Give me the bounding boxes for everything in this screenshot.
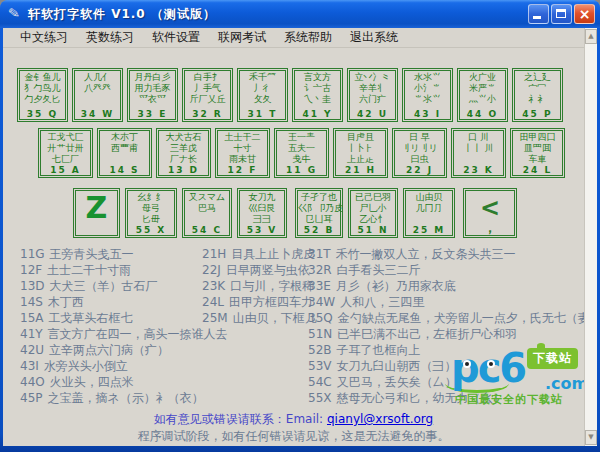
mnemonic-text: 人和八，三四里: [340, 295, 424, 309]
mnemonic-code: 24L: [202, 295, 224, 309]
mnemonic-text: 言文方广在四一，高头一捺谁人去: [48, 327, 228, 341]
key-cell-C: 又スマム巴马54 C: [182, 188, 232, 238]
mnemonic-item-12F: 12F土士二干十寸雨: [20, 262, 228, 278]
menu-item[interactable]: 英数练习: [86, 28, 134, 47]
mnemonic-code: 43I: [20, 359, 39, 373]
mnemonic-text: 火业头，四点米: [50, 375, 134, 389]
key-cell-K: 口 川丨丨 川23 K: [451, 128, 506, 178]
key-label: 45 P: [513, 109, 562, 119]
key-cell-D: 大犬古石三羊戊厂ナ长13 D: [156, 128, 211, 178]
key-radicals: 白手扌丿手气斤厂乂丘: [185, 72, 230, 105]
vertical-scrollbar[interactable]: ▲ ▼: [584, 28, 597, 446]
mnemonic-code: 34W: [308, 295, 335, 309]
mnemonic-item-45P: 45P之宝盖，摘ネ（示）衤（衣）: [20, 390, 228, 406]
key-label: 12 F: [216, 165, 269, 175]
mnemonic-code: 41Y: [20, 327, 43, 341]
key-label: 14 S: [98, 165, 151, 175]
mnemonic-code: 55X: [308, 391, 332, 405]
mnemonic-text: 田甲方框四车力: [229, 295, 313, 309]
menu-item[interactable]: 联网考试: [218, 28, 266, 47]
key-cell-Q: 金钅鱼儿犭勹鸟儿勹夕夂匕35 Q: [17, 68, 68, 122]
mnemonic-column: 21H目具上止卜虎皮22J日早两竖与虫依23K口与川，字根稀24L田甲方框四车力…: [202, 246, 317, 326]
key-label: 31 T: [238, 109, 287, 119]
key-radicals: 日 早刂リ刂リ曰虫: [395, 132, 444, 165]
key-label: 22 J: [393, 165, 446, 175]
mnemonic-column: 11G王旁青头戋五一12F土士二干十寸雨13D大犬三（羊）古石厂14S木丁西15…: [20, 246, 228, 406]
mnemonic-text: 禾竹一撇双人立，反文条头共三一: [336, 247, 516, 261]
client-area: 中文练习英数练习软件设置联网考试系统帮助退出系统 金钅鱼儿犭勹鸟儿勹夕夂匕35 …: [3, 28, 597, 446]
mnemonic-text: 大犬三（羊）古石厂: [50, 279, 158, 293]
menu-item[interactable]: 中文练习: [20, 28, 68, 47]
mnemonic-item-51N: 51N已半巳满不出己，左框折尸心和羽: [308, 326, 597, 342]
mnemonic-text: 子耳了也框向上: [337, 343, 421, 357]
key-label: 35 Q: [18, 109, 67, 119]
key-cell-S: 木朩丁西覀甫14 S: [97, 128, 152, 178]
key-cell-R: 白手扌丿手气斤厂乂丘32 R: [182, 68, 233, 122]
key-cell-A: 工戈弋匚廾艹廿卅七匚厂15 A: [38, 128, 93, 178]
key-radicals: 田甲四囗皿罒囬车車: [513, 132, 562, 165]
key-radicals: 言文方讠亠古乀丶圭: [295, 72, 340, 105]
mnemonic-code: 22J: [202, 263, 221, 277]
key-cell-O: 火广业米严⺌灬⺍小44 O: [457, 68, 508, 122]
key-radicals: 女刀九巛臼艮彐⺕: [240, 192, 284, 225]
mnemonic-text: 目具上止卜虎皮: [231, 247, 315, 261]
key-cell-Y: 言文方讠亠古乀丶圭41 Y: [292, 68, 343, 122]
pc6-watermark: pc6 下载站 .com 中国最安全的下载站: [445, 348, 597, 406]
minimize-icon: [533, 16, 541, 19]
key-cell-G: 王一龶五夫一戋㐄11 G: [274, 128, 329, 178]
maximize-button[interactable]: [551, 4, 572, 24]
maximize-icon: [556, 9, 566, 18]
mnemonic-item-35Q: 35Q金勺缺点无尾鱼，犬旁留儿一点夕，氏无七（妻）: [308, 310, 597, 326]
menu-item[interactable]: 系统帮助: [284, 28, 332, 47]
mnemonic-item-22J: 22J日早两竖与虫依: [202, 262, 317, 278]
key-sub-glyph: ，: [464, 221, 516, 234]
mnemonic-code: 23K: [202, 279, 225, 293]
key-label: 54 C: [183, 225, 231, 235]
key-cell-B: 子孑了也巜阝卩乃皮㔾凵耳52 B: [295, 188, 343, 238]
menu-item[interactable]: 退出系统: [350, 28, 398, 47]
key-cell-F: 土士干二十寸雨未甘12 F: [215, 128, 270, 178]
mnemonic-text: 工戈草头右框七: [48, 311, 132, 325]
key-radicals: 已己巳羽尸乚小乙心忄: [351, 192, 395, 225]
close-icon: ×: [575, 6, 594, 23]
mnemonic-item-34W: 34W人和八，三四里: [308, 294, 597, 310]
scroll-down-button[interactable]: ▼: [585, 430, 597, 445]
scroll-up-button[interactable]: ▲: [585, 29, 597, 44]
key-cell-X: 幺纟纟母弓匕毌55 X: [125, 188, 177, 238]
mnemonic-item-31T: 31T禾竹一撇双人立，反文条头共三一: [308, 246, 597, 262]
mnemonic-text: 已半巳满不出己，左框折尸心和羽: [337, 327, 517, 341]
mnemonic-code: 51N: [308, 327, 332, 341]
mnemonic-text: 王旁青头戋五一: [50, 247, 134, 261]
mnemonic-item-14S: 14S木丁西: [20, 294, 228, 310]
app-window: ✎ 轩软打字软件 V1.0 （测试版） × 中文练习英数练习软件设置联网考试系统…: [0, 0, 600, 452]
mnemonic-text: 日早两竖与虫依: [226, 263, 310, 277]
key-label: 53 V: [238, 225, 286, 235]
key-radicals: 立丷冫⺀辛羊丬六门疒: [350, 72, 395, 105]
pc6-logo: pc6: [451, 346, 525, 390]
mnemonic-code: 53V: [308, 359, 331, 373]
mnemonic-text: 女刀九臼山朝西（彐）: [336, 359, 456, 373]
minimize-button[interactable]: [528, 4, 549, 24]
key-radicals: 子孑了也巜阝卩乃皮㔾凵耳: [298, 192, 340, 225]
mnemonic-code: 32R: [308, 263, 332, 277]
pc6-tagline: 中国最安全的下载站: [455, 392, 563, 407]
key-radicals: 火广业米严⺌灬⺍小: [460, 72, 505, 105]
key-label: 23 K: [452, 165, 505, 175]
app-icon: ✎: [7, 4, 21, 21]
key-cell-L: 田甲四囗皿罒囬车車24 L: [510, 128, 565, 178]
mnemonic-item-11G: 11G王旁青头戋五一: [20, 246, 228, 262]
mnemonic-text: 月彡（衫）乃用家衣底: [336, 279, 456, 293]
mnemonic-text: 口与川，字根稀: [230, 279, 314, 293]
close-button[interactable]: ×: [574, 4, 595, 24]
key-label: 25 M: [404, 225, 454, 235]
key-big-glyph: Z: [74, 193, 119, 223]
mnemonic-text: 之宝盖，摘ネ（示）衤（衣）: [48, 391, 204, 405]
key-cell-V: 女刀九巛臼艮彐⺕53 V: [237, 188, 287, 238]
email-link[interactable]: qianyl@xrsoft.org: [327, 412, 433, 426]
mnemonic-item-32R: 32R白手看头三二斤: [308, 262, 597, 278]
key-label: 13 D: [157, 165, 210, 175]
mnemonic-code: 35Q: [308, 311, 333, 325]
menu-item[interactable]: 软件设置: [152, 28, 200, 47]
pc6-eye-icon: [463, 360, 471, 368]
mnemonic-code: 25M: [202, 311, 228, 325]
